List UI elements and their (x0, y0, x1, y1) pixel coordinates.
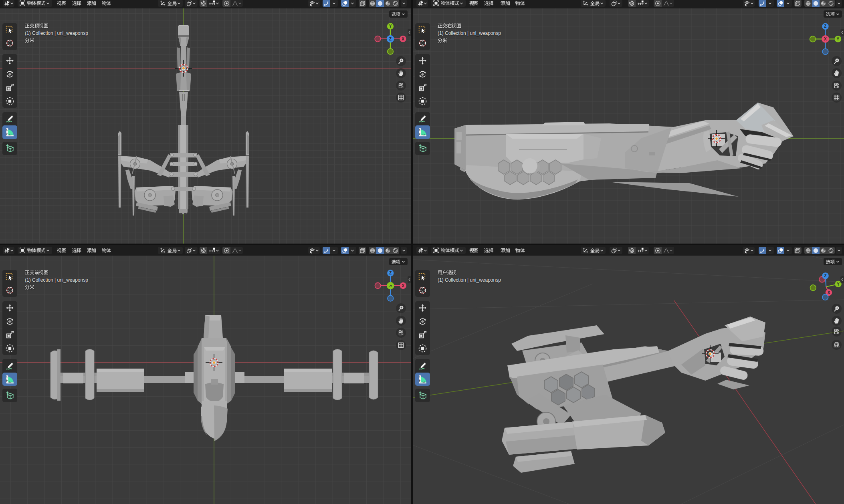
svg-text:Z: Z (824, 24, 826, 28)
svg-text:Y: Y (837, 37, 840, 41)
svg-text:Y: Y (837, 282, 840, 286)
svg-text:Z: Z (389, 271, 392, 275)
svg-text:-Y: -Y (389, 284, 392, 288)
svg-text:Y: Y (389, 24, 392, 28)
svg-text:Z: Z (824, 274, 827, 278)
svg-text:X: X (828, 290, 830, 295)
svg-text:X: X (402, 37, 404, 41)
svg-text:X: X (402, 284, 404, 288)
svg-text:Z: Z (389, 37, 392, 41)
svg-text:X: X (824, 37, 827, 41)
